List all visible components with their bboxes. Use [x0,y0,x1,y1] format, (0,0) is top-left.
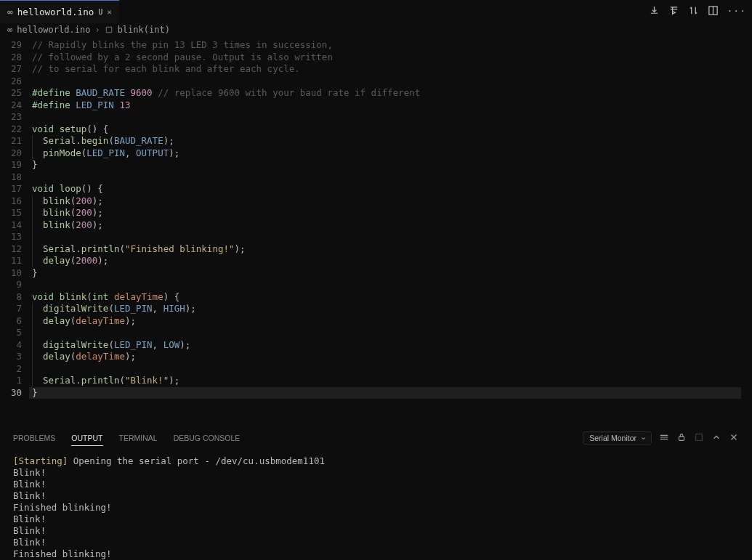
output-line: Blink! [13,467,739,479]
arduino-verify-icon[interactable] [649,5,660,18]
code-line[interactable]: pinMode(LED_PIN, OUTPUT); [32,147,741,160]
code-line[interactable]: Serial.begin(BAUD_RATE); [32,135,741,147]
output-line: Finished blinking! [13,502,739,514]
code-line[interactable]: digitalWrite(LED_PIN, LOW); [32,339,741,352]
split-editor-icon[interactable] [708,5,719,18]
tab-modified-indicator: U [98,8,102,16]
method-icon [105,25,113,34]
code-line[interactable] [32,363,741,376]
panel-tabs: PROBLEMS OUTPUT TERMINAL DEBUG CONSOLE S… [0,428,752,448]
arduino-upload-icon[interactable] [668,5,679,18]
code-line[interactable]: } [32,159,741,171]
code-line[interactable]: blink(200); [32,195,741,208]
chevron-up-icon[interactable] [711,432,721,444]
code-line[interactable]: // to serial for each blink and after ea… [32,63,741,76]
code-line[interactable] [32,327,741,339]
output-line: Blink! [13,514,739,525]
titlebar-actions: ··· [649,5,746,18]
code-line[interactable]: // followed by a 2 second pause. Output … [32,52,741,64]
code-line[interactable]: #define LED_PIN 13 [32,100,741,112]
code-line[interactable]: blink(200); [32,207,741,219]
tab-output[interactable]: OUTPUT [71,434,102,446]
code-line[interactable]: } [32,267,741,280]
close-icon[interactable]: ✕ [107,7,112,17]
close-panel-icon[interactable] [729,432,739,444]
output-line: Finished blinking! [13,548,739,560]
open-file-icon[interactable] [694,432,704,444]
bottom-panel: PROBLEMS OUTPUT TERMINAL DEBUG CONSOLE S… [0,428,752,560]
output-line: Blink! [13,537,739,548]
output-content[interactable]: [Starting] Opening the serial port - /de… [0,448,752,560]
code-line[interactable] [32,279,741,291]
code-line[interactable]: void blink(int delayTime) { [32,291,741,304]
lock-scroll-icon[interactable] [676,432,687,444]
tab-helloworld[interactable]: ∞ helloworld.ino U ✕ [0,0,119,23]
code-line[interactable]: delay(delayTime); [32,351,741,363]
code-line[interactable]: digitalWrite(LED_PIN, HIGH); [32,303,741,315]
code-line[interactable]: // Rapidly blinks the pin 13 LED 3 times… [32,39,741,52]
arduino-file-icon: ∞ [7,7,13,17]
code-editor[interactable]: 2928272625242322212019181716151413121110… [0,39,752,428]
tab-filename: helloworld.ino [17,7,94,17]
code-line[interactable]: blink(200); [32,219,741,232]
code-line[interactable]: Serial.println("Blink!"); [32,375,741,387]
panel-actions: Serial Monitor [583,431,739,445]
tab-debug-console[interactable]: DEBUG CONSOLE [174,434,240,442]
svg-rect-3 [679,437,684,440]
svg-rect-2 [106,27,112,33]
code-line[interactable] [32,76,741,88]
clear-output-icon[interactable] [659,432,669,444]
output-line: Blink! [13,490,739,502]
breadcrumb[interactable]: ∞ helloworld.ino › blink(int) [0,23,752,39]
output-line: Blink! [13,525,739,537]
code-line[interactable] [32,171,741,184]
code-line[interactable]: } [29,387,741,399]
code-line[interactable]: delay(delayTime); [32,315,741,328]
chevron-right-icon: › [94,25,100,35]
code-content[interactable]: // Rapidly blinks the pin 13 LED 3 times… [32,39,741,399]
code-line[interactable]: void setup() { [32,123,741,136]
tab-terminal[interactable]: TERMINAL [119,434,158,442]
code-line[interactable] [32,111,741,123]
svg-rect-4 [696,434,703,441]
tab-problems[interactable]: PROBLEMS [13,434,55,442]
code-line[interactable]: #define BAUD_RATE 9600 // replace 9600 w… [32,87,741,100]
code-line[interactable]: Serial.println("Finished blinking!"); [32,243,741,256]
breadcrumb-file[interactable]: helloworld.ino [17,25,90,35]
tab-bar: ∞ helloworld.ino U ✕ ··· [0,0,752,23]
code-line[interactable]: void loop() { [32,183,741,195]
code-line[interactable] [32,231,741,243]
code-line[interactable]: delay(2000); [32,255,741,267]
output-line: Blink! [13,479,739,490]
breadcrumb-symbol[interactable]: blink(int) [118,25,170,35]
arduino-file-icon: ∞ [7,25,12,35]
compare-icon[interactable] [688,5,699,18]
tabs-container: ∞ helloworld.ino U ✕ [0,0,119,23]
output-channel-dropdown[interactable]: Serial Monitor [583,431,652,445]
more-actions-icon[interactable]: ··· [727,5,746,18]
line-number-gutter: 2928272625242322212019181716151413121110… [0,39,32,399]
